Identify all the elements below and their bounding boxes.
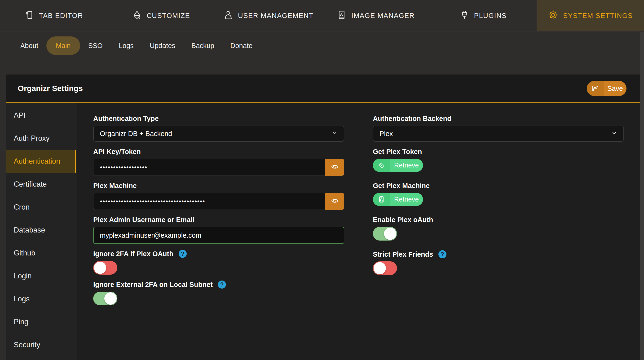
auth-type-select[interactable]: Organizr DB + Backend — [93, 126, 344, 142]
auth-backend-select[interactable]: Plex — [373, 126, 624, 142]
id-badge-icon — [373, 193, 390, 206]
api-key-reveal-button[interactable] — [325, 159, 344, 176]
settings-tabs: About Main SSO Logs Updates Backup Donat… — [0, 32, 644, 60]
get-plex-machine-label: Get Plex Machine — [373, 182, 624, 190]
page-scrollbar[interactable] — [640, 32, 644, 360]
nav-label: IMAGE MANAGER — [351, 12, 415, 20]
plex-machine-label: Plex Machine — [93, 182, 344, 190]
settings-panel: Organizr Settings Save API Auth Proxy Au… — [6, 74, 640, 360]
plex-machine-row: •••••••••••••••••••••••••••••••••••••••• — [93, 193, 344, 210]
form-left-column: Authentication Type Organizr DB + Backen… — [93, 114, 344, 360]
toggle-knob — [94, 262, 106, 274]
top-navigation: TAB EDITOR CUSTOMIZE USER MANAGEMENT IMA… — [0, 0, 644, 32]
retrieve-machine-button[interactable]: Retrieve — [373, 193, 423, 206]
nav-plugins[interactable]: PLUGINS — [430, 0, 537, 31]
page-title: Organizr Settings — [18, 84, 83, 93]
eye-icon — [330, 196, 339, 206]
nav-user-management[interactable]: USER MANAGEMENT — [214, 0, 322, 31]
tab-main[interactable]: Main — [46, 36, 80, 55]
sidebar-item-security[interactable]: Security — [6, 333, 76, 356]
auth-type-label: Authentication Type — [93, 114, 344, 123]
nav-system-settings[interactable]: SYSTEM SETTINGS — [536, 0, 644, 31]
save-button[interactable]: Save — [587, 81, 626, 96]
sidebar-item-github[interactable]: Github — [6, 242, 76, 264]
organizr-app: TAB EDITOR CUSTOMIZE USER MANAGEMENT IMA… — [0, 0, 644, 360]
plex-admin-label: Plex Admin Username or Email — [93, 216, 344, 224]
ignore-2fa-oauth-label: Ignore 2FA if Plex OAuth ? — [93, 250, 344, 258]
auth-backend-label: Authentication Backend — [373, 114, 624, 123]
nav-customize[interactable]: CUSTOMIZE — [108, 0, 215, 31]
settings-sidebar: API Auth Proxy Authentication Certificat… — [6, 103, 76, 360]
help-icon[interactable]: ? — [218, 280, 226, 288]
strict-plex-friends-label: Strict Plex Friends ? — [373, 250, 624, 258]
image-icon — [337, 10, 346, 22]
enable-plex-oauth-toggle[interactable] — [373, 227, 397, 240]
auth-backend-value: Plex — [380, 130, 393, 138]
chevron-down-icon — [332, 130, 338, 138]
api-key-row: •••••••••••••••••• — [93, 159, 344, 176]
ignore-2fa-subnet-toggle[interactable] — [93, 292, 117, 305]
ignore-2fa-subnet-label: Ignore External 2FA on Local Subnet ? — [93, 280, 344, 289]
save-button-label: Save — [604, 81, 626, 96]
sidebar-item-api[interactable]: API — [6, 104, 76, 127]
label-text: Ignore 2FA if Plex OAuth — [93, 250, 174, 258]
plex-machine-input[interactable]: •••••••••••••••••••••••••••••••••••••••• — [93, 193, 325, 210]
help-icon[interactable]: ? — [438, 250, 446, 258]
sidebar-item-ping[interactable]: Ping — [6, 310, 76, 333]
authentication-form: Authentication Type Organizr DB + Backen… — [76, 103, 640, 360]
sidebar-item-authentication[interactable]: Authentication — [6, 150, 76, 173]
toggle-knob — [384, 228, 396, 240]
label-text: Ignore External 2FA on Local Subnet — [93, 281, 213, 288]
floppy-icon — [587, 81, 604, 96]
eye-icon — [330, 162, 339, 172]
chevron-down-icon — [611, 130, 617, 138]
toggle-knob — [104, 292, 117, 305]
tab-backup[interactable]: Backup — [183, 36, 222, 55]
retrieve-machine-label: Retrieve — [390, 193, 423, 206]
tab-logs[interactable]: Logs — [111, 36, 142, 55]
nav-label: PLUGINS — [474, 12, 507, 20]
strict-plex-friends-toggle[interactable] — [373, 261, 397, 275]
nav-label: USER MANAGEMENT — [238, 12, 314, 20]
sidebar-item-cron[interactable]: Cron — [6, 196, 76, 218]
get-plex-token-label: Get Plex Token — [373, 147, 624, 156]
retrieve-token-button[interactable]: Retrieve — [373, 159, 423, 172]
toggle-knob — [374, 262, 386, 274]
tab-sso[interactable]: SSO — [80, 36, 111, 55]
retrieve-token-label: Retrieve — [390, 159, 423, 172]
panel-header: Organizr Settings Save — [6, 74, 640, 103]
plex-machine-reveal-button[interactable] — [325, 193, 344, 210]
panel-body: API Auth Proxy Authentication Certificat… — [6, 103, 640, 360]
tabs-icon — [24, 10, 34, 22]
ignore-2fa-oauth-toggle[interactable] — [93, 261, 117, 274]
gear-icon — [548, 10, 558, 22]
nav-label: CUSTOMIZE — [147, 12, 190, 20]
nav-image-manager[interactable]: IMAGE MANAGER — [322, 0, 430, 31]
paint-icon — [132, 10, 142, 22]
help-icon[interactable]: ? — [179, 250, 187, 258]
sidebar-item-logs[interactable]: Logs — [6, 288, 76, 310]
nav-label: SYSTEM SETTINGS — [563, 12, 633, 20]
sidebar-item-auth-proxy[interactable]: Auth Proxy — [6, 127, 76, 150]
enable-plex-oauth-label: Enable Plex oAuth — [373, 216, 624, 224]
api-key-input[interactable]: •••••••••••••••••• — [93, 159, 325, 176]
sidebar-item-login[interactable]: Login — [6, 264, 76, 288]
sidebar-item-certificate[interactable]: Certificate — [6, 173, 76, 196]
tab-updates[interactable]: Updates — [142, 36, 183, 55]
auth-type-value: Organizr DB + Backend — [100, 130, 172, 138]
plug-icon — [460, 10, 470, 22]
user-icon — [223, 10, 233, 22]
nav-tab-editor[interactable]: TAB EDITOR — [0, 0, 108, 31]
label-text: Strict Plex Friends — [373, 250, 433, 258]
sidebar-item-database[interactable]: Database — [6, 218, 76, 242]
plex-admin-input[interactable]: myplexadminuser@example.com — [93, 227, 344, 244]
api-key-label: API Key/Token — [93, 147, 344, 156]
nav-label: TAB EDITOR — [39, 12, 83, 20]
plex-admin-value: myplexadminuser@example.com — [100, 232, 201, 239]
tab-about[interactable]: About — [12, 36, 46, 55]
tab-donate[interactable]: Donate — [222, 36, 261, 55]
ticket-icon — [373, 159, 390, 172]
form-right-column: Authentication Backend Plex Get Plex Tok… — [373, 114, 624, 360]
